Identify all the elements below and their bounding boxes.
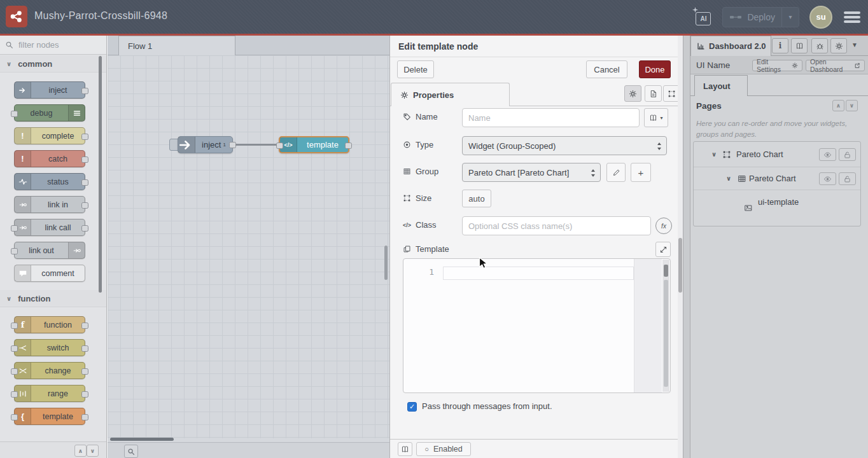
node-port[interactable] bbox=[11, 225, 18, 232]
library-button[interactable]: ▾ bbox=[644, 108, 668, 127]
sidebar-tabs-menu-caret[interactable]: ▼ bbox=[851, 41, 858, 48]
canvas-horizontal-scrollbar[interactable] bbox=[110, 438, 174, 441]
palette-search[interactable] bbox=[0, 36, 106, 55]
done-button[interactable]: Done bbox=[639, 60, 671, 78]
toggle-lock-button[interactable] bbox=[839, 172, 856, 185]
node-port[interactable] bbox=[81, 391, 88, 398]
node-port[interactable] bbox=[81, 134, 88, 140]
delete-button[interactable]: Delete bbox=[397, 60, 434, 78]
tab-flow-1[interactable]: Flow 1 bbox=[118, 36, 235, 55]
palette-scrollbar[interactable] bbox=[99, 56, 102, 293]
edit-properties-button[interactable] bbox=[624, 85, 641, 102]
node-port[interactable] bbox=[81, 368, 88, 375]
node-output-port[interactable] bbox=[229, 142, 236, 148]
node-port[interactable] bbox=[81, 225, 88, 232]
type-select[interactable]: Widget (Group-Scoped) bbox=[462, 136, 667, 155]
node-port[interactable] bbox=[81, 179, 88, 186]
tab-layout[interactable]: Layout bbox=[694, 75, 748, 96]
expand-editor-button[interactable] bbox=[655, 242, 671, 257]
wire[interactable] bbox=[232, 144, 280, 146]
open-dashboard-button[interactable]: Open Dashboard bbox=[806, 60, 865, 71]
edit-settings-button[interactable]: Edit Settings bbox=[752, 60, 802, 71]
class-input[interactable] bbox=[462, 216, 651, 235]
node-port[interactable] bbox=[81, 345, 88, 352]
toggle-lock-button[interactable] bbox=[839, 148, 856, 161]
edit-description-button[interactable] bbox=[645, 85, 662, 102]
canvas-vertical-scrollbar[interactable] bbox=[384, 246, 388, 280]
pages-collapse-button[interactable]: ∧ bbox=[832, 100, 844, 111]
template-code-editor[interactable]: 1 bbox=[403, 258, 671, 393]
debug-tab-button[interactable] bbox=[811, 38, 828, 53]
deploy-button[interactable]: Deploy ▾ bbox=[722, 7, 799, 27]
ai-assistant-button[interactable]: AI bbox=[693, 9, 712, 25]
palette-category-function[interactable]: ∨ function bbox=[0, 290, 106, 307]
palette-expand-all-button[interactable]: ∨ bbox=[87, 445, 99, 457]
palette-node-switch[interactable]: switch bbox=[14, 339, 85, 356]
user-avatar[interactable]: su bbox=[809, 6, 832, 29]
main-menu-button[interactable] bbox=[843, 9, 862, 25]
tab-properties[interactable]: Properties bbox=[391, 83, 510, 106]
node-red-logo-icon[interactable] bbox=[6, 6, 27, 27]
palette-node-function[interactable]: f function bbox=[14, 316, 85, 333]
pages-expand-button[interactable]: ∨ bbox=[846, 100, 858, 111]
fx-button[interactable]: fx bbox=[655, 218, 672, 234]
config-tab-button[interactable] bbox=[830, 38, 847, 53]
chevron-down-icon[interactable]: ∨ bbox=[726, 175, 731, 182]
filter-nodes-input[interactable] bbox=[17, 39, 93, 50]
library-export-button[interactable] bbox=[398, 442, 412, 456]
node-port[interactable] bbox=[81, 88, 88, 94]
node-port[interactable] bbox=[11, 345, 18, 352]
palette-node-link-out[interactable]: link out bbox=[14, 242, 85, 259]
node-port[interactable] bbox=[11, 111, 18, 117]
palette-node-inject[interactable]: inject bbox=[14, 81, 85, 99]
palette-node-change[interactable]: change bbox=[14, 362, 85, 379]
palette-node-comment[interactable]: comment bbox=[14, 265, 85, 282]
size-button[interactable]: auto bbox=[462, 190, 491, 207]
enabled-toggle-button[interactable]: ○ Enabled bbox=[416, 442, 471, 456]
layout-tree-row[interactable]: ∨ Pareto Chart bbox=[694, 167, 860, 190]
help-tab-button[interactable] bbox=[791, 38, 808, 53]
toggle-visibility-button[interactable] bbox=[819, 172, 836, 185]
tab-dashboard-2[interactable]: Dashboard 2.0 bbox=[690, 36, 771, 56]
palette-node-link-call[interactable]: link call bbox=[14, 219, 85, 236]
node-port[interactable] bbox=[11, 248, 18, 254]
node-port[interactable] bbox=[81, 323, 88, 329]
canvas-node-inject[interactable]: inject1 bbox=[178, 136, 233, 153]
add-group-button[interactable]: + bbox=[631, 163, 651, 182]
node-port[interactable] bbox=[11, 391, 18, 398]
node-input-port[interactable] bbox=[276, 142, 283, 149]
deploy-options-caret[interactable]: ▾ bbox=[782, 13, 799, 20]
palette-node-link-in[interactable]: link in bbox=[14, 196, 85, 213]
edit-group-button[interactable] bbox=[606, 163, 626, 182]
group-select[interactable]: Pareto Chart [Pareto Chart] bbox=[462, 163, 601, 182]
toggle-visibility-button[interactable] bbox=[819, 148, 836, 161]
palette-node-status[interactable]: status bbox=[14, 173, 85, 190]
cancel-button[interactable]: Cancel bbox=[586, 60, 627, 78]
layout-tree-row[interactable]: ∨ Pareto Chart bbox=[694, 142, 860, 167]
canvas-node-template[interactable]: </> template bbox=[279, 136, 349, 153]
chevron-down-icon[interactable]: ∨ bbox=[711, 151, 717, 158]
node-output-port[interactable] bbox=[345, 142, 352, 149]
editor-scrollbar[interactable] bbox=[662, 260, 669, 392]
palette-node-range[interactable]: range bbox=[14, 385, 85, 402]
node-port[interactable] bbox=[11, 414, 18, 420]
palette-collapse-all-button[interactable]: ∧ bbox=[74, 445, 87, 457]
node-port[interactable] bbox=[81, 202, 88, 209]
info-tab-button[interactable]: i bbox=[772, 38, 788, 53]
node-port[interactable] bbox=[81, 156, 88, 163]
canvas-search-button[interactable] bbox=[124, 445, 138, 458]
node-port[interactable] bbox=[11, 368, 18, 375]
node-port[interactable] bbox=[81, 414, 88, 420]
workspace-grid[interactable]: inject1 </> template bbox=[108, 55, 389, 438]
passthrough-checkbox[interactable]: ✓ bbox=[407, 402, 417, 412]
name-input[interactable] bbox=[462, 108, 640, 127]
dialog-scrollbar[interactable] bbox=[678, 36, 683, 458]
layout-tree-row[interactable]: ui-template bbox=[694, 190, 860, 226]
palette-node-debug[interactable]: debug bbox=[14, 104, 85, 121]
palette-node-template[interactable]: { template bbox=[14, 408, 85, 425]
palette-node-complete[interactable]: ! complete bbox=[14, 127, 85, 144]
node-port[interactable] bbox=[11, 323, 18, 329]
sidebar-splitter[interactable] bbox=[683, 36, 690, 458]
palette-node-catch[interactable]: ! catch bbox=[14, 150, 85, 167]
palette-category-common[interactable]: ∨ common bbox=[0, 55, 106, 73]
